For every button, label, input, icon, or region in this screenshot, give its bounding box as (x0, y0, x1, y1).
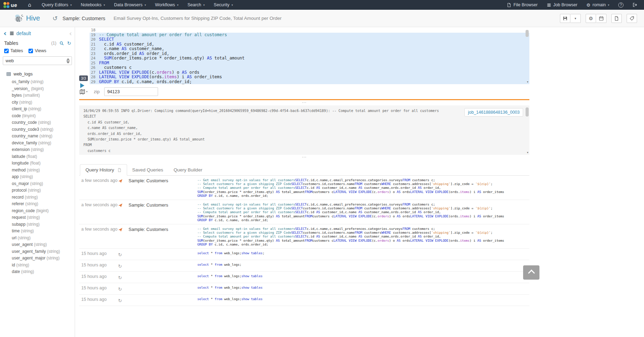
column-id[interactable]: id (string) (0, 262, 75, 269)
column-latitude[interactable]: latitude (float) (0, 153, 75, 160)
tab-query-history[interactable]: Query History (80, 164, 127, 176)
log-scrollbar[interactable]: ▾ (525, 105, 529, 155)
tags-button[interactable] (627, 14, 637, 23)
schedule-button[interactable] (596, 14, 606, 23)
tag-icon (629, 16, 634, 21)
column-app[interactable]: app (string) (0, 174, 75, 180)
history-row[interactable]: 15 hours ago↻select * from web_logs;show… (79, 272, 529, 283)
column-url[interactable]: url (string) (0, 235, 75, 242)
table-search-box[interactable]: × (3, 56, 72, 65)
history-row[interactable]: a few seconds agoSample: Customers-- Get… (79, 224, 529, 249)
column-client_ip[interactable]: client_ip (string) (0, 106, 75, 113)
table-item-web-logs[interactable]: web_logs (0, 69, 75, 79)
home-button[interactable]: ⌂ (22, 0, 38, 10)
column-request[interactable]: request (string) (0, 214, 75, 221)
history-row[interactable]: a few seconds agoSample: Customers-- Get… (79, 200, 529, 224)
collapse-sidebar-icon[interactable]: ‹ (69, 31, 72, 36)
column-country_name[interactable]: country_name (string) (0, 133, 75, 140)
column-os_family[interactable]: os_family (string) (0, 79, 75, 86)
file-browser-link[interactable]: File Browser (502, 0, 542, 10)
history-sql: -- Get email survey opt-in values for al… (197, 202, 529, 222)
user-menu[interactable]: ⚙ romain ▾ (582, 0, 614, 10)
query-history-icon[interactable]: ↺ (52, 15, 58, 22)
menu-security[interactable]: Security▾ (209, 0, 237, 10)
editor-line: 29GROUP BY c.id, c.name, ords.order_id; (90, 80, 529, 85)
save-button[interactable] (560, 14, 570, 23)
main-menus: Query Editors▾Notebooks▾Data Browsers▾Wo… (37, 0, 237, 10)
query-history-list: a few seconds agoSample: Customers-- Get… (79, 176, 529, 306)
new-document-button[interactable] (611, 14, 622, 23)
column-os_major[interactable]: os_major (string) (0, 180, 75, 187)
help-button[interactable]: ? (614, 0, 628, 10)
menu-workflows[interactable]: Workflows▾ (150, 0, 183, 10)
table-search-input[interactable] (6, 58, 67, 63)
refresh-icon[interactable]: ↻ (67, 41, 71, 45)
back-icon[interactable]: ‹ (3, 31, 7, 36)
editor-scrollbar[interactable]: ▾ (525, 28, 529, 84)
history-row[interactable]: 15 hours ago↻select * from web_logs;show… (79, 295, 529, 306)
help-icon: ? (618, 2, 624, 8)
execute-button[interactable] (80, 83, 84, 88)
app-name: Hive (26, 14, 40, 22)
checkbox-views[interactable] (28, 49, 33, 53)
variable-zip-input[interactable] (104, 87, 158, 96)
column-country_code[interactable]: country_code (string) (0, 119, 75, 126)
list-icon (547, 3, 551, 7)
column-record[interactable]: record (string) (0, 194, 75, 201)
menu-data-browsers[interactable]: Data Browsers▾ (109, 0, 150, 10)
history-row[interactable]: 15 hours ago↻select * from web_logs; (79, 260, 529, 272)
settings-button[interactable]: ⚙ (586, 14, 596, 23)
scroll-down-icon[interactable]: ▾ (527, 81, 528, 83)
scrollbar-thumb[interactable] (526, 30, 529, 37)
hive-app-link[interactable]: Hive (14, 14, 40, 23)
column-referer[interactable]: referer (string) (0, 201, 75, 208)
tab-query-builder[interactable]: Query Builder (168, 164, 208, 176)
resize-grip[interactable]: ⋯ (79, 155, 529, 159)
history-row[interactable]: a few seconds agoSample: Customers-- Get… (79, 176, 529, 200)
clear-search-icon[interactable]: × (67, 58, 69, 63)
sign-out-button[interactable] (628, 0, 642, 10)
hue-logo[interactable]: ue (3, 2, 17, 8)
column-bytes[interactable]: bytes (smallint) (0, 92, 75, 99)
column-user_agent_major[interactable]: user_agent_major (string) (0, 255, 75, 262)
scroll-down-icon[interactable]: ▾ (527, 151, 528, 154)
history-row[interactable]: 15 hours ago↻select * from web_logs;show… (79, 249, 529, 260)
editor-rail: 3/3 (79, 28, 90, 84)
column-longitude[interactable]: longitude (float) (0, 160, 75, 167)
database-link[interactable]: default (16, 31, 31, 36)
scrollbar-thumb[interactable] (526, 107, 529, 117)
menu-query-editors[interactable]: Query Editors▾ (37, 0, 76, 10)
column-date[interactable]: date (string) (0, 268, 75, 275)
checkbox-tables[interactable] (4, 49, 9, 53)
filter-tables[interactable]: Tables (4, 48, 23, 53)
filter-views[interactable]: Views (28, 48, 46, 53)
column-code[interactable]: code (tinyint) (0, 113, 75, 120)
sql-editor[interactable]: 3/3 1819-- Compute total amount per orde… (79, 28, 529, 84)
scroll-to-top-button[interactable] (523, 265, 539, 280)
column-device_family[interactable]: device_family (string) (0, 140, 75, 147)
column-time[interactable]: time (string) (0, 228, 75, 235)
job-browser-link[interactable]: Job Browser (542, 0, 582, 10)
database-icon (9, 31, 14, 36)
log-line: SUM(order_items.price * order_items.qty)… (83, 137, 525, 142)
menu-notebooks[interactable]: Notebooks▾ (76, 0, 109, 10)
history-row[interactable]: 15 hours ago↻select * from web_logs;show… (79, 283, 529, 295)
navigator-toggle[interactable]: ▾ (79, 89, 91, 95)
save-dropdown-button[interactable]: ▾ (570, 14, 581, 23)
column-method[interactable]: method (string) (0, 167, 75, 174)
column-_version_[interactable]: _version_ (bigint) (0, 86, 75, 93)
menu-search[interactable]: Search▾ (183, 0, 209, 10)
column-protocol[interactable]: protocol (string) (0, 187, 75, 194)
column-subapp[interactable]: subapp (string) (0, 221, 75, 228)
column-city[interactable]: city (string) (0, 99, 75, 106)
resize-grip[interactable]: ⋯ (79, 101, 529, 104)
column-extension[interactable]: extension (string) (0, 146, 75, 153)
column-user_agent_family[interactable]: user_agent_family (string) (0, 248, 75, 255)
search-icon[interactable] (59, 41, 64, 46)
tab-saved-queries[interactable]: Saved Queries (127, 164, 168, 176)
job-link[interactable]: job_1461888648136_0003 (464, 108, 523, 117)
statement-counter-badge[interactable]: 3/3 (79, 75, 88, 81)
column-region_code[interactable]: region_code (bigint) (0, 208, 75, 215)
column-country_code3[interactable]: country_code3 (string) (0, 126, 75, 133)
column-user_agent[interactable]: user_agent (string) (0, 241, 75, 248)
